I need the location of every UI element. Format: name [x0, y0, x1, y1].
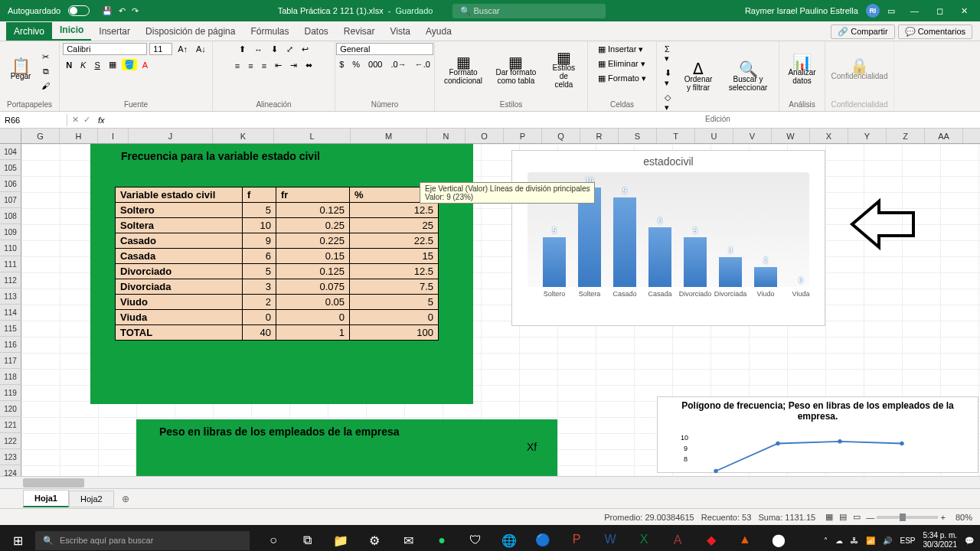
- tray-volume-icon[interactable]: 🔊: [883, 536, 892, 545]
- access-icon[interactable]: A: [662, 525, 694, 551]
- excel-icon[interactable]: X: [628, 525, 660, 551]
- formula-input[interactable]: [108, 119, 980, 122]
- row-header[interactable]: 105: [0, 160, 21, 176]
- col-header[interactable]: K: [213, 129, 274, 143]
- tray-up-icon[interactable]: ˄: [824, 536, 828, 545]
- sheet-tab-2[interactable]: Hoja2: [69, 491, 114, 507]
- row-header[interactable]: 115: [0, 321, 21, 337]
- view-normal-icon[interactable]: ▦: [822, 510, 836, 523]
- tab-view[interactable]: Vista: [383, 22, 418, 41]
- align-left-icon[interactable]: ≡: [232, 60, 243, 72]
- delete-cells-button[interactable]: ▦ Eliminar ▾: [595, 57, 648, 70]
- align-top-icon[interactable]: ⬆: [236, 43, 249, 56]
- adobe-icon[interactable]: ◆: [695, 525, 727, 551]
- add-sheet-button[interactable]: ⊕: [114, 491, 137, 507]
- row-header[interactable]: 114: [0, 305, 21, 321]
- tray-notifications-icon[interactable]: 💬: [965, 536, 974, 545]
- col-header[interactable]: O: [466, 129, 504, 143]
- cut-icon[interactable]: ✂: [39, 51, 52, 64]
- row-header[interactable]: 110: [0, 240, 21, 256]
- zoom-level[interactable]: 80%: [948, 513, 980, 522]
- decrease-font-icon[interactable]: A↓: [193, 43, 209, 55]
- col-header[interactable]: H: [60, 129, 98, 143]
- accept-formula-icon[interactable]: ✓: [83, 115, 90, 125]
- horizontal-scrollbar[interactable]: [0, 476, 980, 488]
- col-header[interactable]: Z: [887, 129, 925, 143]
- tab-review[interactable]: Revisar: [336, 22, 383, 41]
- row-header[interactable]: 106: [0, 176, 21, 192]
- clear-icon[interactable]: ◇ ▾: [662, 91, 675, 114]
- cancel-formula-icon[interactable]: ✕: [72, 115, 79, 125]
- maximize-icon[interactable]: ◻: [929, 3, 951, 18]
- col-header[interactable]: AA: [925, 129, 963, 143]
- col-header[interactable]: G: [21, 129, 60, 143]
- find-select-button[interactable]: 🔍Buscar y seleccionar: [722, 64, 774, 93]
- row-header[interactable]: 113: [0, 289, 21, 305]
- col-header[interactable]: R: [580, 129, 619, 143]
- autosum-icon[interactable]: Σ ▾: [662, 43, 675, 65]
- mail-icon[interactable]: ✉: [392, 525, 424, 551]
- name-box[interactable]: R66: [0, 114, 67, 126]
- tab-insert[interactable]: Insertar: [91, 22, 138, 41]
- tray-lang[interactable]: ESP: [900, 536, 915, 545]
- row-header[interactable]: 124: [0, 465, 21, 476]
- tray-network-icon[interactable]: 🖧: [851, 536, 858, 545]
- merge-icon[interactable]: ⬌: [302, 59, 315, 72]
- comma-icon[interactable]: 000: [365, 58, 385, 70]
- bold-button[interactable]: N: [63, 59, 75, 71]
- security-icon[interactable]: 🛡: [459, 525, 492, 551]
- insert-cells-button[interactable]: ▦ Insertar ▾: [595, 43, 646, 56]
- underline-button[interactable]: S: [91, 59, 103, 71]
- cortana-icon[interactable]: ○: [257, 525, 289, 551]
- row-header[interactable]: 112: [0, 272, 21, 289]
- row-header[interactable]: 119: [0, 385, 21, 401]
- orientation-icon[interactable]: ⤢: [283, 43, 296, 56]
- tab-help[interactable]: Ayuda: [418, 22, 459, 41]
- format-table-button[interactable]: ▦Dar formato como tabla: [490, 57, 542, 86]
- currency-icon[interactable]: $: [336, 58, 347, 70]
- sort-filter-button[interactable]: ᐃOrdenar y filtrar: [678, 64, 719, 93]
- indent-left-icon[interactable]: ⇤: [272, 59, 285, 72]
- increase-font-icon[interactable]: A↑: [175, 43, 191, 55]
- undo-icon[interactable]: ↶: [119, 6, 126, 16]
- fx-icon[interactable]: fx: [95, 116, 108, 125]
- tab-home[interactable]: Inicio: [52, 21, 91, 41]
- col-header[interactable]: X: [810, 129, 848, 143]
- tray-onedrive-icon[interactable]: ☁: [835, 536, 843, 545]
- col-header[interactable]: Q: [542, 129, 580, 143]
- settings-icon[interactable]: ⚙: [358, 525, 390, 551]
- col-header[interactable]: M: [351, 129, 427, 143]
- row-header[interactable]: 123: [0, 449, 21, 465]
- view-break-icon[interactable]: ▭: [850, 510, 864, 523]
- tray-wifi-icon[interactable]: 📶: [866, 536, 875, 545]
- share-button[interactable]: 🔗 Compartir: [831, 24, 894, 39]
- tab-file[interactable]: Archivo: [6, 22, 52, 41]
- row-header[interactable]: 111: [0, 256, 21, 272]
- row-header[interactable]: 109: [0, 224, 21, 240]
- comments-button[interactable]: 💬 Comentarios: [898, 24, 972, 39]
- copy-icon[interactable]: ⧉: [40, 65, 52, 78]
- tray-clock[interactable]: 5:34 p. m. 30/3/2021: [923, 531, 958, 549]
- vlc-icon[interactable]: ▲: [729, 525, 761, 551]
- indent-right-icon[interactable]: ⇥: [287, 59, 300, 72]
- align-right-icon[interactable]: ≡: [259, 60, 270, 72]
- decimal-inc-icon[interactable]: .0→: [387, 58, 409, 70]
- explorer-icon[interactable]: 📁: [325, 525, 357, 551]
- row-header[interactable]: 116: [0, 337, 21, 353]
- close-icon[interactable]: ✕: [953, 3, 975, 18]
- cell-styles-button[interactable]: ▦Estilos de celda: [545, 52, 583, 90]
- col-header[interactable]: L: [274, 129, 351, 143]
- zoom-slider[interactable]: [877, 516, 938, 519]
- row-header[interactable]: 108: [0, 208, 21, 224]
- decimal-dec-icon[interactable]: ←.0: [412, 58, 433, 70]
- avatar[interactable]: RI: [866, 4, 880, 18]
- format-painter-icon[interactable]: 🖌: [38, 80, 53, 92]
- line-chart[interactable]: Polígono de frecuencia; Peso en libras d…: [657, 396, 978, 473]
- col-header[interactable]: N: [427, 129, 466, 143]
- save-icon[interactable]: 💾: [102, 6, 113, 16]
- col-header[interactable]: V: [733, 129, 772, 143]
- align-bottom-icon[interactable]: ⬇: [268, 43, 281, 56]
- task-view-icon[interactable]: ⧉: [291, 525, 323, 551]
- col-header[interactable]: W: [772, 129, 810, 143]
- col-header[interactable]: U: [695, 129, 733, 143]
